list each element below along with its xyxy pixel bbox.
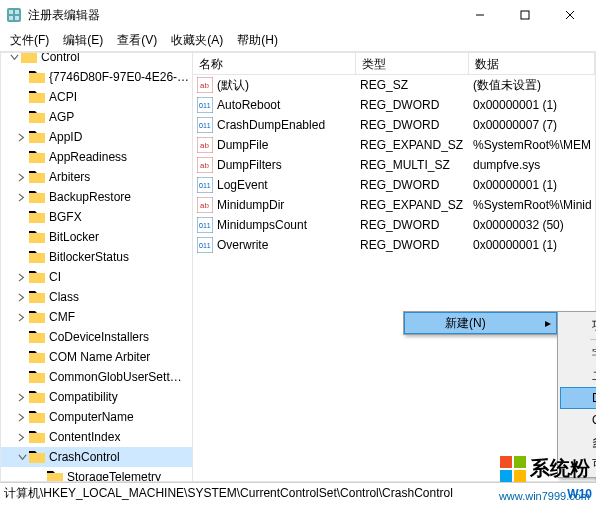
tree-item[interactable]: StorageTelemetry <box>1 467 192 481</box>
context-menu-item[interactable]: 二进制值(B) <box>560 365 596 387</box>
col-type[interactable]: 类型 <box>356 53 469 74</box>
context-new[interactable]: 新建(N) ▸ <box>404 312 557 334</box>
context-submenu[interactable]: 项(K)字符串值(S)二进制值(B)DWORD (32 位)值(D)QWORD … <box>557 311 596 478</box>
tree-item[interactable]: CommonGlobUserSett… <box>1 367 192 387</box>
tree-item-label: AppReadiness <box>49 150 127 164</box>
context-menu[interactable]: 新建(N) ▸ <box>403 311 558 335</box>
folder-icon <box>29 429 45 445</box>
chevron-right-icon[interactable] <box>15 433 29 442</box>
chevron-down-icon[interactable] <box>15 453 29 462</box>
tree-item-label: BitLocker <box>49 230 99 244</box>
folder-icon <box>21 53 37 65</box>
list-row[interactable]: MinidumpsCountREG_DWORD0x00000032 (50) <box>193 215 595 235</box>
tree-item[interactable]: Arbiters <box>1 167 192 187</box>
chevron-right-icon[interactable] <box>15 313 29 322</box>
chevron-right-icon[interactable] <box>15 413 29 422</box>
chevron-right-icon[interactable] <box>15 293 29 302</box>
maximize-button[interactable] <box>502 1 547 29</box>
chevron-down-icon[interactable] <box>7 53 21 62</box>
list-row[interactable]: CrashDumpEnabledREG_DWORD0x00000007 (7) <box>193 115 595 135</box>
list-row[interactable]: OverwriteREG_DWORD0x00000001 (1) <box>193 235 595 255</box>
folder-icon <box>29 289 45 305</box>
value-type: REG_DWORD <box>356 178 469 192</box>
value-name: MinidumpsCount <box>217 218 307 232</box>
menubar: 文件(F) 编辑(E) 查看(V) 收藏夹(A) 帮助(H) <box>0 30 596 52</box>
value-data: 0x00000007 (7) <box>469 118 595 132</box>
tree-item-label: ComputerName <box>49 410 134 424</box>
value-icon <box>197 177 213 193</box>
tree-item[interactable]: {7746D80F-97E0-4E26-… <box>1 67 192 87</box>
list-view[interactable]: 名称 类型 数据 (默认)REG_SZ(数值未设置)AutoRebootREG_… <box>193 53 595 481</box>
value-name: CrashDumpEnabled <box>217 118 325 132</box>
tree-item[interactable]: CoDeviceInstallers <box>1 327 192 347</box>
tree-item[interactable]: AppReadiness <box>1 147 192 167</box>
tree-item[interactable]: BGFX <box>1 207 192 227</box>
menu-view[interactable]: 查看(V) <box>111 30 163 51</box>
folder-icon <box>29 309 45 325</box>
menu-favorites[interactable]: 收藏夹(A) <box>165 30 229 51</box>
site-watermark: 系统粉 <box>500 455 590 482</box>
tree-item[interactable]: Compatibility <box>1 387 192 407</box>
tree-item[interactable]: AGP <box>1 107 192 127</box>
tree-item[interactable]: CrashControl <box>1 447 192 467</box>
tree-item-label: Compatibility <box>49 390 118 404</box>
tree-item-label: ContentIndex <box>49 430 120 444</box>
chevron-right-icon[interactable] <box>15 393 29 402</box>
value-type: REG_DWORD <box>356 238 469 252</box>
value-data: (数值未设置) <box>469 77 595 94</box>
tree-item[interactable]: BackupRestore <box>1 187 192 207</box>
context-menu-item[interactable]: 项(K) <box>560 314 596 336</box>
folder-icon <box>29 269 45 285</box>
context-menu-item[interactable]: QWORD (64 位)值(Q) <box>560 409 596 431</box>
context-menu-item[interactable]: 字符串值(S) <box>560 343 596 365</box>
folder-icon <box>29 89 45 105</box>
tree-view[interactable]: Control{7746D80F-97E0-4E26-…ACPIAGPAppID… <box>1 53 193 481</box>
tree-item[interactable]: ACPI <box>1 87 192 107</box>
list-row[interactable]: (默认)REG_SZ(数值未设置) <box>193 75 595 95</box>
tree-item[interactable]: CMF <box>1 307 192 327</box>
tree-item[interactable]: Control <box>1 53 192 67</box>
list-row[interactable]: DumpFiltersREG_MULTI_SZdumpfve.sys <box>193 155 595 175</box>
value-type: REG_EXPAND_SZ <box>356 138 469 152</box>
value-icon <box>197 137 213 153</box>
list-row[interactable]: MinidumpDirREG_EXPAND_SZ%SystemRoot%\Min… <box>193 195 595 215</box>
menu-file[interactable]: 文件(F) <box>4 30 55 51</box>
folder-icon <box>29 229 45 245</box>
tree-item[interactable]: Class <box>1 287 192 307</box>
tree-item-label: StorageTelemetry <box>67 470 161 481</box>
value-type: REG_EXPAND_SZ <box>356 198 469 212</box>
menu-help[interactable]: 帮助(H) <box>231 30 284 51</box>
folder-icon <box>29 369 45 385</box>
tree-item[interactable]: ComputerName <box>1 407 192 427</box>
value-type: REG_DWORD <box>356 218 469 232</box>
site-url: www.win7999.com <box>499 490 590 502</box>
tree-item-label: BackupRestore <box>49 190 131 204</box>
folder-icon <box>29 69 45 85</box>
minimize-button[interactable] <box>457 1 502 29</box>
list-row[interactable]: LogEventREG_DWORD0x00000001 (1) <box>193 175 595 195</box>
chevron-right-icon[interactable] <box>15 173 29 182</box>
context-menu-item[interactable]: DWORD (32 位)值(D) <box>560 387 596 409</box>
tree-item[interactable]: BitLocker <box>1 227 192 247</box>
col-data[interactable]: 数据 <box>469 53 595 74</box>
list-row[interactable]: DumpFileREG_EXPAND_SZ%SystemRoot%\MEM <box>193 135 595 155</box>
chevron-right-icon[interactable] <box>15 273 29 282</box>
tree-item-label: AGP <box>49 110 74 124</box>
list-row[interactable]: AutoRebootREG_DWORD0x00000001 (1) <box>193 95 595 115</box>
app-icon <box>6 7 22 23</box>
value-data: %SystemRoot%\Minid <box>469 198 595 212</box>
value-icon <box>197 77 213 93</box>
value-data: 0x00000001 (1) <box>469 238 595 252</box>
col-name[interactable]: 名称 <box>193 53 356 74</box>
tree-item[interactable]: CI <box>1 267 192 287</box>
menu-edit[interactable]: 编辑(E) <box>57 30 109 51</box>
folder-icon <box>29 349 45 365</box>
close-button[interactable] <box>547 1 592 29</box>
chevron-right-icon[interactable] <box>15 193 29 202</box>
tree-item[interactable]: ContentIndex <box>1 427 192 447</box>
tree-item[interactable]: BitlockerStatus <box>1 247 192 267</box>
context-menu-item[interactable]: 多字符串值(M) <box>560 431 596 453</box>
chevron-right-icon[interactable] <box>15 133 29 142</box>
tree-item[interactable]: AppID <box>1 127 192 147</box>
tree-item[interactable]: COM Name Arbiter <box>1 347 192 367</box>
